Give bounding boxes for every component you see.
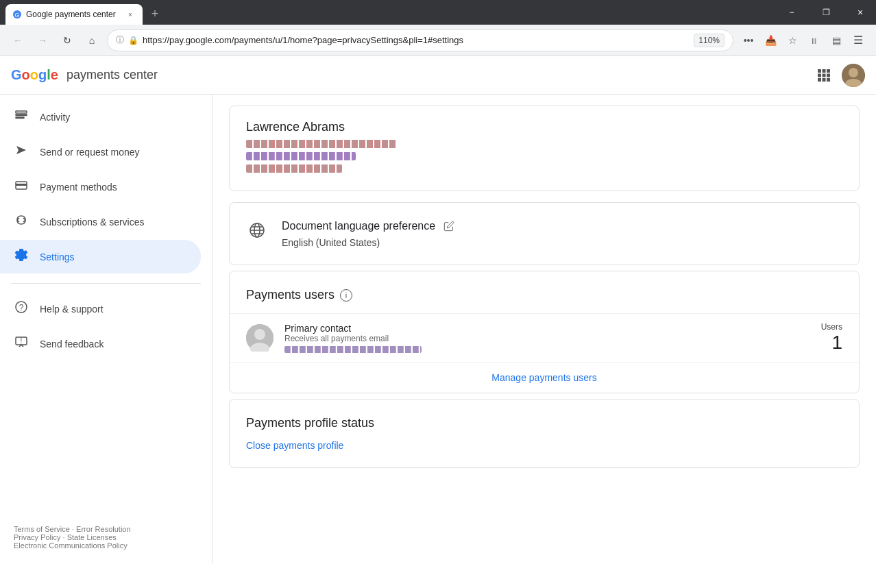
svg-rect-16 [16, 117, 24, 119]
menu-button[interactable]: ☰ [849, 31, 868, 50]
document-language-edit-button[interactable] [442, 219, 456, 233]
restore-button[interactable]: ❐ [810, 0, 842, 25]
back-button[interactable]: ← [8, 31, 27, 50]
redacted-line-3 [246, 164, 342, 173]
feedback-icon: ! [14, 335, 29, 352]
sidebar-item-subscriptions[interactable]: Subscriptions & services [0, 205, 201, 238]
svg-rect-4 [827, 69, 830, 73]
primary-contact-email-redacted [284, 346, 422, 353]
primary-contact-info: Primary contact Receives all payments em… [284, 323, 810, 353]
google-logo: Google [11, 67, 58, 83]
footer-privacy-link[interactable]: Privacy Policy [14, 533, 60, 541]
footer-links: Terms of Service · Error Resolution Priv… [0, 517, 212, 558]
new-tab-button[interactable]: + [145, 4, 165, 23]
svg-rect-7 [827, 73, 830, 77]
footer-error-link[interactable]: Error Resolution [76, 525, 130, 533]
content-area: Lawrence Abrams [212, 95, 876, 563]
main-layout: Activity Send or request money Payment m… [0, 95, 876, 563]
bookmark-button[interactable]: ☆ [783, 31, 802, 50]
more-options-button[interactable]: ••• [739, 31, 758, 50]
sidebar-item-activity[interactable]: Activity [0, 100, 201, 134]
sidebar-item-help[interactable]: ? Help & support [0, 292, 201, 326]
manage-payments-users-button[interactable]: Manage payments users [491, 372, 596, 383]
apps-grid-button[interactable] [812, 63, 836, 88]
tab-title: Google payments center [26, 10, 121, 19]
svg-rect-5 [818, 73, 821, 77]
tab-favicon: G [12, 10, 22, 19]
document-language-card: Document language preference English (Un… [229, 202, 860, 265]
footer-dot-1: · [72, 525, 74, 533]
payments-users-header: Payments users i [230, 271, 859, 313]
document-language-title-row: Document language preference [282, 219, 842, 233]
close-payments-profile-button[interactable]: Close payments profile [246, 440, 343, 451]
app-header: Google payments center [0, 56, 876, 95]
sidebar-item-feedback[interactable]: ! Send feedback [0, 327, 201, 360]
address-icons: ••• 📥 ☆ ⫼ ▤ ☰ [739, 31, 868, 50]
sidebar-item-label-payment-methods: Payment methods [40, 182, 117, 193]
pocket-button[interactable]: 📥 [761, 31, 780, 50]
app-name: payments center [66, 68, 158, 82]
primary-contact-desc: Receives all payments email [284, 334, 810, 343]
help-icon: ? [14, 300, 29, 317]
payments-users-info-icon[interactable]: i [340, 289, 352, 302]
send-request-icon [14, 143, 29, 160]
svg-rect-19 [16, 184, 27, 186]
primary-contact-role: Primary contact [284, 323, 810, 334]
primary-contact-avatar [246, 324, 273, 352]
tab-close-button[interactable]: × [125, 9, 136, 20]
settings-icon [14, 248, 29, 265]
sidebar-item-label-feedback: Send feedback [40, 339, 104, 350]
globe-icon [246, 219, 268, 241]
activity-icon [14, 108, 29, 125]
sidebar-item-label-settings: Settings [40, 252, 75, 262]
svg-point-12 [849, 68, 858, 77]
sidebar-divider [11, 283, 201, 284]
zoom-badge: 110% [694, 34, 725, 47]
users-number: 1 [821, 332, 842, 354]
payments-profile-status-title: Payments profile status [246, 416, 842, 430]
footer-terms-link[interactable]: Terms of Service [14, 525, 70, 533]
document-language-content: Document language preference English (Un… [230, 203, 859, 265]
tab-bar: G Google payments center × + − ❐ × [0, 0, 876, 25]
svg-rect-9 [823, 78, 826, 82]
address-bar[interactable]: ⓘ 🔒 https://pay.google.com/payments/u/1/… [107, 29, 733, 51]
home-button[interactable]: ⌂ [82, 31, 101, 50]
sidebar-item-label-send-request: Send or request money [40, 147, 140, 158]
svg-rect-3 [823, 69, 826, 73]
sidebar-toggle-button[interactable]: ▤ [827, 31, 846, 50]
svg-rect-15 [16, 114, 27, 116]
users-label: Users [821, 322, 842, 332]
sidebar-item-send-request[interactable]: Send or request money [0, 135, 201, 169]
profile-card: Lawrence Abrams [229, 106, 860, 191]
svg-text:!: ! [21, 337, 23, 345]
footer-licenses-link[interactable]: State Licenses [67, 533, 117, 541]
reader-view-button[interactable]: ⫼ [805, 31, 824, 50]
payments-users-card: Payments users i Primary contact [229, 271, 860, 393]
manage-link-row: Manage payments users [230, 362, 859, 393]
profile-name: Lawrence Abrams [246, 120, 842, 134]
redacted-line-2 [246, 152, 356, 160]
info-icon: ⓘ [116, 34, 124, 46]
footer-ecp-link[interactable]: Electronic Communications Policy [14, 541, 127, 550]
active-tab[interactable]: G Google payments center × [5, 4, 143, 25]
svg-rect-14 [16, 111, 27, 113]
payment-methods-icon [14, 178, 29, 195]
payments-profile-status-card: Payments profile status Close payments p… [229, 399, 860, 468]
header-right [812, 63, 865, 88]
sidebar-item-payment-methods[interactable]: Payment methods [0, 170, 201, 204]
address-bar-row: ← → ↻ ⌂ ⓘ 🔒 https://pay.google.com/payme… [0, 25, 876, 56]
document-language-value: English (United States) [282, 237, 842, 248]
lock-icon: 🔒 [128, 36, 138, 45]
sidebar-item-settings[interactable]: Settings [0, 240, 201, 273]
sidebar: Activity Send or request money Payment m… [0, 95, 212, 563]
forward-button[interactable]: → [33, 31, 52, 50]
window-controls: − ❐ × [776, 0, 876, 25]
refresh-button[interactable]: ↻ [58, 31, 77, 50]
close-window-button[interactable]: × [844, 0, 876, 25]
svg-text:?: ? [19, 303, 24, 313]
avatar[interactable] [842, 64, 865, 87]
minimize-button[interactable]: − [776, 0, 807, 25]
svg-marker-17 [16, 146, 26, 154]
sidebar-item-label-activity: Activity [40, 112, 70, 123]
sidebar-item-label-help: Help & support [40, 304, 104, 315]
